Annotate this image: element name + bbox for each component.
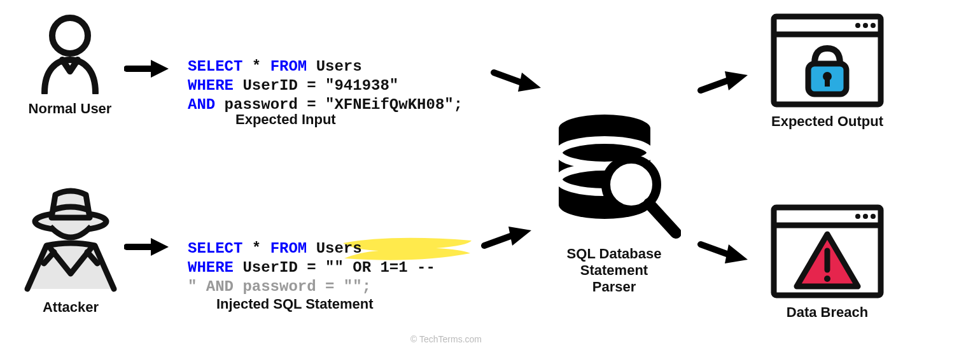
svg-marker-20 <box>725 244 748 263</box>
attacker-figure: Attacker <box>17 185 125 316</box>
data-breach-window <box>770 204 885 302</box>
expected-output-label: Expected Output <box>770 113 885 130</box>
spy-icon <box>20 185 122 293</box>
svg-point-23 <box>855 23 860 28</box>
sql-text: Users <box>307 240 361 257</box>
svg-line-3 <box>494 73 522 83</box>
svg-marker-4 <box>518 73 541 92</box>
sql-text: * <box>242 58 270 75</box>
sql-keyword: SELECT <box>188 58 242 75</box>
sql-keyword: WHERE <box>188 259 234 276</box>
data-breach-label: Data Breach <box>770 304 885 321</box>
svg-marker-18 <box>725 71 748 90</box>
svg-point-33 <box>871 214 876 219</box>
injected-statement-label: Injected SQL Statement <box>216 296 374 312</box>
arrow-icon <box>490 64 541 98</box>
svg-point-32 <box>863 214 868 219</box>
sql-keyword: WHERE <box>188 77 234 94</box>
svg-point-25 <box>871 23 876 28</box>
svg-point-0 <box>52 18 88 53</box>
sql-literal: "941938" <box>325 77 398 94</box>
sql-text: * <box>242 240 270 257</box>
expected-input-label: Expected Input <box>235 111 336 128</box>
svg-point-24 <box>863 23 868 28</box>
sql-keyword: FROM <box>270 58 307 75</box>
expected-sql-code: SELECT * FROM Users WHERE UserID = "9419… <box>188 38 463 115</box>
svg-line-16 <box>649 204 676 233</box>
arrow-icon <box>697 67 748 102</box>
svg-line-8 <box>484 235 512 246</box>
browser-lock-icon <box>770 13 885 108</box>
svg-point-35 <box>824 276 830 282</box>
svg-line-19 <box>701 244 729 255</box>
sql-text: ; <box>454 96 463 113</box>
svg-point-31 <box>855 214 860 219</box>
sql-commented-out: " AND password = ""; <box>188 278 371 295</box>
svg-rect-28 <box>825 76 830 87</box>
arrow-icon <box>124 235 169 261</box>
arrow-icon <box>124 57 169 83</box>
svg-marker-7 <box>151 238 169 256</box>
sql-keyword: FROM <box>270 240 307 257</box>
svg-marker-9 <box>508 227 531 246</box>
arrow-icon <box>480 223 531 257</box>
svg-marker-2 <box>151 60 169 78</box>
attacker-label: Attacker <box>17 299 125 316</box>
normal-user-label: Normal User <box>22 101 118 117</box>
expected-output-window <box>770 13 885 111</box>
watermark-text: © TechTerms.com <box>410 334 482 344</box>
sql-keyword: AND <box>188 96 215 113</box>
svg-line-17 <box>701 80 729 90</box>
normal-user-figure: Normal User <box>22 11 118 117</box>
sql-injection-payload: "" OR 1=1 -- <box>325 259 435 276</box>
arrow-icon <box>697 235 748 270</box>
browser-alert-icon <box>770 204 885 299</box>
sql-keyword: SELECT <box>188 240 242 257</box>
database-search-icon <box>547 108 681 244</box>
database-parser-label: SQL Database Statement Parser <box>544 246 684 295</box>
sql-text: UserID = <box>234 77 325 94</box>
user-icon <box>32 11 108 94</box>
injected-sql-code: SELECT * FROM Users WHERE UserID = "" OR… <box>188 220 435 297</box>
sql-literal: "XFNEifQwKH08" <box>325 96 454 113</box>
sql-text: Users <box>307 58 361 75</box>
sql-text: password = <box>215 96 325 113</box>
sql-text: UserID = <box>234 259 325 276</box>
